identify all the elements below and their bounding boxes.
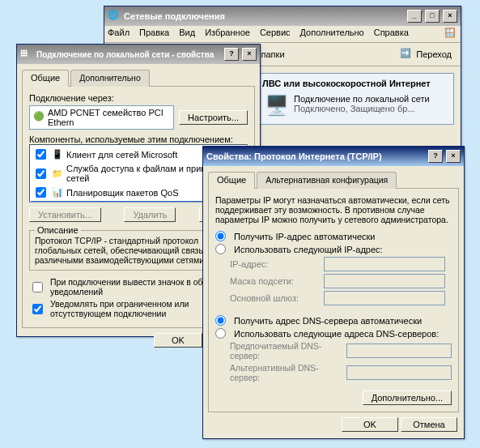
auto-ip-label: Получить IP-адрес автоматически — [234, 232, 375, 241]
nic-icon: 🟢 — [33, 111, 45, 124]
minimize-button[interactable]: _ — [407, 10, 422, 23]
close-button[interactable]: × — [443, 10, 457, 23]
client-icon: 📱 — [52, 149, 63, 160]
manual-ip-label: Использовать следующий IP-адрес: — [234, 245, 383, 254]
titlebar[interactable]: ⊞ Подключение по локальной сети - свойст… — [17, 45, 260, 64]
category-heading: ЛВС или высокоскоростной Интернет — [262, 79, 448, 88]
manual-dns-label: Использовать следующие адреса DNS-сервер… — [234, 329, 439, 339]
connect-via-label: Подключение через: — [29, 93, 248, 103]
manual-dns-radio[interactable] — [215, 328, 226, 339]
go-button[interactable]: ➡️Переход — [394, 45, 457, 63]
qos-icon: 📊 — [52, 187, 63, 198]
tab-advanced[interactable]: Дополнительно — [70, 70, 150, 87]
ip-input — [324, 257, 445, 271]
adapter-field: 🟢 AMD PCNET семейство PCI Ethern — [29, 105, 174, 130]
dns1-input — [346, 343, 452, 358]
windows-logo-icon: 🪟 — [444, 28, 457, 41]
menubar: Файл Правка Вид Избранное Сервис Дополни… — [104, 26, 461, 43]
tab-panel: Параметры IP могут назначаться автоматич… — [208, 189, 459, 412]
menu-file[interactable]: Файл — [108, 28, 130, 41]
close-button[interactable]: × — [446, 150, 461, 163]
component-checkbox[interactable] — [36, 187, 46, 198]
network-icon: 🌐 — [108, 10, 121, 23]
window-title: Сетевые подключения — [124, 11, 225, 21]
service-icon: 📁 — [52, 169, 63, 179]
titlebar[interactable]: 🌐 Сетевые подключения _ □ × — [104, 6, 461, 26]
configure-button[interactable]: Настроить... — [179, 110, 248, 125]
ok-button[interactable]: OK — [154, 333, 202, 348]
connection-status: Подключено, Защищено бр... — [294, 104, 430, 113]
gateway-input — [324, 291, 445, 305]
component-checkbox[interactable] — [36, 149, 46, 160]
gateway-label: Основной шлюз: — [230, 293, 319, 303]
dns1-label: Предпочитаемый DNS-сервер: — [230, 341, 342, 361]
tabs: Общие Альтернативная конфигурация — [208, 171, 459, 189]
menu-edit[interactable]: Правка — [139, 28, 169, 41]
menu-tools[interactable]: Сервис — [260, 28, 291, 41]
install-button[interactable]: Установить... — [29, 207, 101, 222]
mask-label: Маска подсети: — [230, 276, 319, 286]
component-checkbox[interactable] — [36, 169, 46, 179]
category-panel: ЛВС или высокоскоростной Интернет 🖥️ Под… — [257, 73, 454, 125]
dns2-input — [346, 365, 452, 380]
description-title: Описание — [35, 225, 81, 235]
help-button[interactable]: ? — [224, 48, 239, 61]
auto-dns-label: Получить адрес DNS-сервера автоматически — [234, 316, 422, 326]
components-label: Компоненты, используемые этим подключени… — [29, 134, 248, 144]
maximize-button[interactable]: □ — [425, 10, 440, 23]
close-button[interactable]: × — [242, 48, 257, 61]
dns2-label: Альтернативный DNS-сервер: — [230, 363, 342, 382]
tabs: Общие Дополнительно — [22, 69, 255, 87]
window-title: Свойства: Протокол Интернета (TCP/IP) — [206, 151, 382, 161]
manual-ip-radio[interactable] — [215, 244, 226, 254]
mask-input — [324, 274, 445, 288]
properties-icon: ⊞ — [20, 48, 33, 61]
menu-view[interactable]: Вид — [179, 28, 195, 41]
lan-icon: 🖥️ — [265, 94, 289, 117]
auto-dns-radio[interactable] — [215, 315, 226, 326]
menu-favorites[interactable]: Избранное — [205, 28, 250, 41]
intro-text: Параметры IP могут назначаться автоматич… — [215, 195, 452, 224]
titlebar[interactable]: Свойства: Протокол Интернета (TCP/IP) ? … — [203, 147, 464, 166]
ip-label: IP-адрес: — [230, 259, 319, 269]
remove-button[interactable]: Удалить — [124, 207, 176, 222]
help-button[interactable]: ? — [428, 150, 443, 163]
tcpip-properties-window: Свойства: Протокол Интернета (TCP/IP) ? … — [202, 146, 465, 439]
notify-checkbox[interactable] — [32, 304, 43, 314]
tab-general[interactable]: Общие — [208, 172, 255, 189]
window-title: Подключение по локальной сети - свойства — [36, 50, 214, 59]
connection-name: Подключение по локальной сети — [294, 94, 430, 104]
tray-checkbox[interactable] — [32, 282, 43, 292]
menu-help[interactable]: Справка — [374, 28, 409, 41]
menu-advanced[interactable]: Дополнительно — [300, 28, 364, 41]
cancel-button[interactable]: Отмена — [401, 417, 457, 432]
advanced-button[interactable]: Дополнительно... — [363, 390, 452, 405]
tab-alt-config[interactable]: Альтернативная конфигурация — [257, 172, 397, 189]
go-icon: ➡️ — [400, 48, 413, 61]
connection-item[interactable]: 🖥️ Подключение по локальной сети Подключ… — [262, 92, 448, 119]
tab-general[interactable]: Общие — [22, 70, 69, 87]
auto-ip-radio[interactable] — [215, 231, 226, 241]
ok-button[interactable]: OK — [342, 417, 398, 432]
